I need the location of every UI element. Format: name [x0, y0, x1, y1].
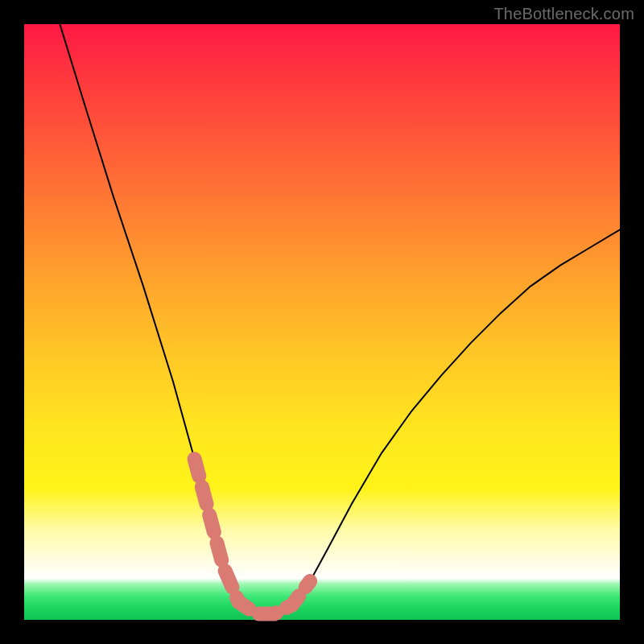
watermark-text: TheBottleneck.com [493, 5, 634, 23]
curve-main [60, 24, 620, 614]
chart-frame: TheBottleneck.com [0, 0, 644, 644]
chart-svg [24, 24, 620, 620]
trough-highlight [195, 459, 311, 613]
